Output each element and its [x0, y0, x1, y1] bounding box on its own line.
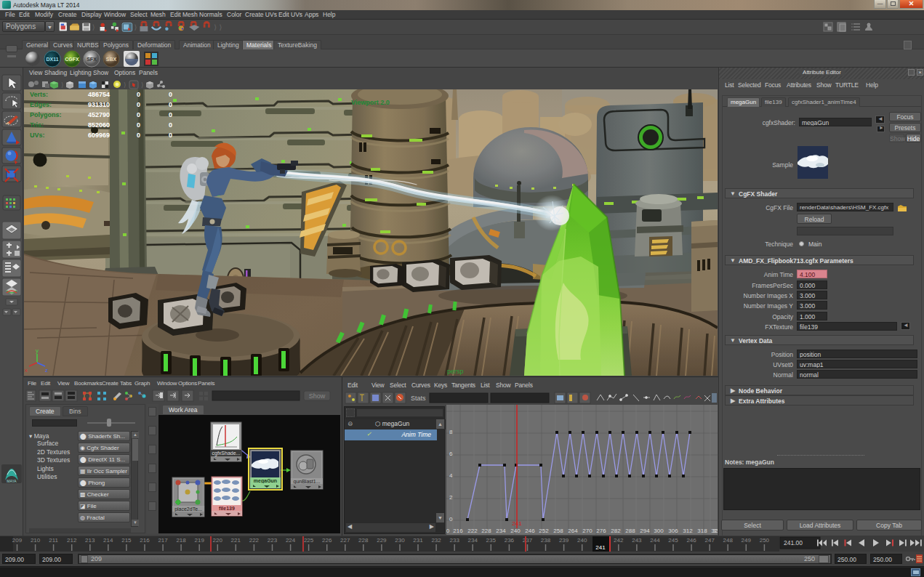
svg-text:33: 33 — [713, 528, 718, 534]
svg-text:211: 211 — [49, 537, 58, 544]
svg-text:247: 247 — [705, 537, 715, 544]
svg-text:Tris:: Tris: — [30, 121, 44, 129]
svg-text:245: 245 — [668, 537, 678, 544]
svg-text:cgfxShade...: cgfxShade... — [212, 451, 241, 456]
svg-text:219: 219 — [195, 537, 205, 544]
svg-text:300: 300 — [654, 528, 664, 534]
svg-text:243: 243 — [632, 537, 642, 544]
svg-text:216: 216 — [453, 528, 463, 534]
svg-text:⟩: ⟩ — [134, 23, 137, 31]
svg-text:222: 222 — [467, 528, 478, 534]
svg-text:6: 6 — [449, 451, 453, 457]
svg-text:246: 246 — [686, 537, 696, 544]
svg-text:0: 0 — [169, 111, 172, 118]
svg-text:227: 227 — [340, 537, 350, 544]
svg-text:237: 237 — [523, 537, 533, 544]
svg-text:233: 233 — [450, 537, 460, 544]
svg-text:270: 270 — [582, 528, 592, 534]
svg-text:230: 230 — [395, 537, 405, 544]
svg-text:0: 0 — [446, 528, 450, 534]
svg-text:⟩: ⟩ — [141, 81, 144, 89]
svg-text:UVs:: UVs: — [30, 132, 45, 139]
svg-text:⟩: ⟩ — [92, 23, 95, 31]
svg-text:0: 0 — [137, 121, 140, 129]
svg-text:486754: 486754 — [88, 91, 110, 98]
svg-text:y: y — [36, 347, 39, 354]
svg-text:209: 209 — [12, 537, 23, 544]
svg-text:4: 4 — [449, 472, 453, 479]
svg-text:⟩: ⟩ — [214, 23, 217, 31]
svg-text:246: 246 — [525, 528, 535, 534]
svg-text:0: 0 — [137, 111, 140, 118]
svg-text:MAYA: MAYA — [7, 479, 17, 483]
svg-text:212: 212 — [67, 537, 77, 544]
svg-text:Stats: Stats — [411, 395, 426, 402]
svg-text:SBX: SBX — [106, 57, 117, 62]
svg-text:241: 241 — [595, 544, 606, 551]
svg-text:0: 0 — [449, 516, 453, 522]
svg-text:persp: persp — [447, 368, 464, 375]
svg-text:8: 8 — [449, 429, 453, 435]
svg-text:Show: Show — [309, 392, 326, 400]
svg-text:210: 210 — [31, 537, 41, 544]
svg-text:0: 0 — [169, 121, 172, 129]
svg-text:Polygons:: Polygons: — [30, 111, 62, 118]
svg-text:file139: file139 — [219, 506, 235, 511]
svg-text:226: 226 — [322, 537, 332, 544]
svg-text:241: 241 — [512, 520, 522, 527]
svg-text:gunBlast1...: gunBlast1... — [294, 479, 321, 485]
svg-text:248: 248 — [723, 537, 734, 544]
svg-text:213: 213 — [85, 537, 95, 544]
svg-text:0: 0 — [137, 132, 140, 139]
svg-text:228: 228 — [481, 528, 491, 534]
svg-text:Edges:: Edges: — [30, 101, 52, 108]
svg-text:231: 231 — [413, 537, 423, 544]
svg-text:2: 2 — [449, 494, 453, 501]
svg-text:234: 234 — [468, 537, 478, 544]
svg-text:276: 276 — [596, 528, 606, 534]
svg-text:282: 282 — [611, 528, 621, 534]
svg-text:249: 249 — [742, 537, 752, 544]
svg-text:239: 239 — [559, 537, 569, 544]
svg-text:DX11: DX11 — [46, 57, 58, 62]
svg-text:229: 229 — [377, 537, 387, 544]
svg-text:609969: 609969 — [88, 132, 110, 139]
svg-text:852060: 852060 — [88, 121, 110, 129]
svg-text:306: 306 — [668, 528, 678, 534]
svg-text:264: 264 — [568, 528, 578, 534]
svg-text:225: 225 — [304, 537, 314, 544]
svg-text:215: 215 — [121, 537, 132, 544]
svg-text:⟩: ⟩ — [219, 23, 222, 31]
svg-text:megaGun: megaGun — [254, 478, 277, 484]
svg-text:252: 252 — [539, 528, 549, 534]
svg-text:0: 0 — [169, 132, 172, 139]
svg-text:220: 220 — [213, 537, 223, 544]
svg-text:258: 258 — [553, 528, 563, 534]
svg-text:place2dTe...: place2dTe... — [174, 507, 202, 512]
svg-text:312: 312 — [683, 528, 693, 534]
svg-text:235: 235 — [486, 537, 497, 544]
svg-text:0: 0 — [137, 101, 140, 108]
svg-text:221: 221 — [231, 537, 241, 544]
svg-text:234: 234 — [496, 528, 506, 534]
svg-text:214: 214 — [103, 537, 113, 544]
svg-text:0: 0 — [169, 101, 172, 108]
svg-text:0: 0 — [137, 91, 140, 98]
svg-text:218: 218 — [176, 537, 186, 544]
svg-text:242: 242 — [614, 537, 624, 544]
svg-text:250: 250 — [760, 537, 770, 544]
svg-text:x: x — [25, 367, 28, 374]
svg-text:SFX: SFX — [87, 57, 97, 62]
svg-text:⟩: ⟩ — [124, 81, 126, 89]
svg-text:232: 232 — [431, 537, 441, 544]
svg-text:⟩: ⟩ — [61, 81, 64, 89]
svg-text:288: 288 — [625, 528, 635, 534]
svg-text:240: 240 — [577, 537, 587, 544]
svg-text:Verts:: Verts: — [30, 91, 48, 98]
svg-text:CGFX: CGFX — [65, 57, 79, 62]
svg-text:244: 244 — [650, 537, 660, 544]
svg-text:228: 228 — [358, 537, 369, 544]
svg-text:294: 294 — [640, 528, 650, 534]
svg-text:Viewport 2.0: Viewport 2.0 — [351, 99, 390, 106]
svg-text:224: 224 — [286, 537, 296, 544]
